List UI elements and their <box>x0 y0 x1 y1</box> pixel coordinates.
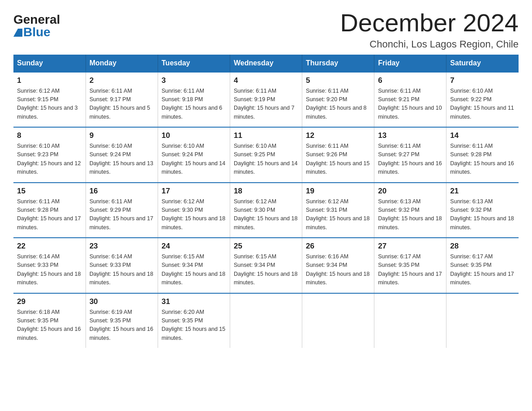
week-row-4: 22Sunrise: 6:14 AMSunset: 9:33 PMDayligh… <box>13 238 519 293</box>
day-cell: 25Sunrise: 6:15 AMSunset: 9:34 PMDayligh… <box>230 238 302 293</box>
day-info: Sunrise: 6:10 AMSunset: 9:24 PMDaylight:… <box>162 142 226 177</box>
header-cell-monday: Monday <box>86 55 158 72</box>
day-info: Sunrise: 6:19 AMSunset: 9:35 PMDaylight:… <box>90 308 154 343</box>
day-info: Sunrise: 6:11 AMSunset: 9:28 PMDaylight:… <box>450 142 515 177</box>
day-info: Sunrise: 6:11 AMSunset: 9:26 PMDaylight:… <box>306 142 370 177</box>
week-row-5: 29Sunrise: 6:18 AMSunset: 9:35 PMDayligh… <box>13 293 519 348</box>
day-number: 13 <box>378 131 442 140</box>
day-number: 10 <box>162 131 226 140</box>
day-number: 1 <box>17 76 82 85</box>
day-cell: 30Sunrise: 6:19 AMSunset: 9:35 PMDayligh… <box>86 293 158 348</box>
day-cell: 29Sunrise: 6:18 AMSunset: 9:35 PMDayligh… <box>13 293 86 348</box>
day-info: Sunrise: 6:10 AMSunset: 9:24 PMDaylight:… <box>90 142 154 177</box>
day-cell: 7Sunrise: 6:10 AMSunset: 9:22 PMDaylight… <box>446 72 519 128</box>
day-cell: 6Sunrise: 6:11 AMSunset: 9:21 PMDaylight… <box>374 72 446 128</box>
header-cell-sunday: Sunday <box>13 55 86 72</box>
day-cell: 13Sunrise: 6:11 AMSunset: 9:27 PMDayligh… <box>374 127 446 183</box>
day-cell: 4Sunrise: 6:11 AMSunset: 9:19 PMDaylight… <box>230 72 302 128</box>
day-info: Sunrise: 6:10 AMSunset: 9:22 PMDaylight:… <box>450 87 515 122</box>
header-cell-tuesday: Tuesday <box>158 55 230 72</box>
day-cell <box>302 293 374 348</box>
calendar-table: SundayMondayTuesdayWednesdayThursdayFrid… <box>13 55 519 348</box>
day-number: 28 <box>450 242 515 251</box>
day-info: Sunrise: 6:10 AMSunset: 9:25 PMDaylight:… <box>234 142 298 177</box>
day-info: Sunrise: 6:16 AMSunset: 9:34 PMDaylight:… <box>306 253 370 287</box>
day-cell: 12Sunrise: 6:11 AMSunset: 9:26 PMDayligh… <box>302 127 374 183</box>
day-number: 14 <box>450 131 515 140</box>
logo: General Blue <box>13 9 60 39</box>
day-cell <box>230 293 302 348</box>
day-number: 4 <box>234 76 298 85</box>
day-info: Sunrise: 6:14 AMSunset: 9:33 PMDaylight:… <box>17 253 82 287</box>
day-info: Sunrise: 6:12 AMSunset: 9:31 PMDaylight:… <box>306 197 370 232</box>
page-title: December 2024 <box>340 9 519 37</box>
day-cell: 1Sunrise: 6:12 AMSunset: 9:15 PMDaylight… <box>13 72 86 128</box>
day-info: Sunrise: 6:11 AMSunset: 9:21 PMDaylight:… <box>378 87 442 122</box>
day-info: Sunrise: 6:17 AMSunset: 9:35 PMDaylight:… <box>378 253 442 287</box>
title-area: December 2024 Chonchi, Los Lagos Region,… <box>340 9 519 50</box>
day-cell: 22Sunrise: 6:14 AMSunset: 9:33 PMDayligh… <box>13 238 86 293</box>
day-cell: 18Sunrise: 6:12 AMSunset: 9:30 PMDayligh… <box>230 183 302 238</box>
day-cell: 5Sunrise: 6:11 AMSunset: 9:20 PMDaylight… <box>302 72 374 128</box>
day-cell: 26Sunrise: 6:16 AMSunset: 9:34 PMDayligh… <box>302 238 374 293</box>
logo-general-text: General <box>13 13 60 26</box>
header-cell-saturday: Saturday <box>446 55 519 72</box>
day-number: 27 <box>378 242 442 251</box>
day-number: 23 <box>90 242 154 251</box>
day-cell: 9Sunrise: 6:10 AMSunset: 9:24 PMDaylight… <box>86 127 158 183</box>
day-cell: 8Sunrise: 6:10 AMSunset: 9:23 PMDaylight… <box>13 127 86 183</box>
day-cell: 23Sunrise: 6:14 AMSunset: 9:33 PMDayligh… <box>86 238 158 293</box>
day-info: Sunrise: 6:10 AMSunset: 9:23 PMDaylight:… <box>17 142 82 177</box>
day-cell: 31Sunrise: 6:20 AMSunset: 9:35 PMDayligh… <box>158 293 230 348</box>
day-cell: 17Sunrise: 6:12 AMSunset: 9:30 PMDayligh… <box>158 183 230 238</box>
day-info: Sunrise: 6:11 AMSunset: 9:27 PMDaylight:… <box>378 142 442 177</box>
day-info: Sunrise: 6:11 AMSunset: 9:29 PMDaylight:… <box>90 197 154 232</box>
day-number: 6 <box>378 76 442 85</box>
day-cell: 3Sunrise: 6:11 AMSunset: 9:18 PMDaylight… <box>158 72 230 128</box>
day-number: 31 <box>162 297 226 306</box>
header-cell-friday: Friday <box>374 55 446 72</box>
page-subtitle: Chonchi, Los Lagos Region, Chile <box>340 39 519 50</box>
day-number: 3 <box>162 76 226 85</box>
day-cell: 27Sunrise: 6:17 AMSunset: 9:35 PMDayligh… <box>374 238 446 293</box>
day-number: 25 <box>234 242 298 251</box>
day-number: 16 <box>90 187 154 196</box>
day-number: 15 <box>17 187 82 196</box>
day-number: 9 <box>90 131 154 140</box>
day-cell: 19Sunrise: 6:12 AMSunset: 9:31 PMDayligh… <box>302 183 374 238</box>
week-row-1: 1Sunrise: 6:12 AMSunset: 9:15 PMDaylight… <box>13 72 519 128</box>
day-cell: 14Sunrise: 6:11 AMSunset: 9:28 PMDayligh… <box>446 127 519 183</box>
day-info: Sunrise: 6:12 AMSunset: 9:30 PMDaylight:… <box>162 197 226 232</box>
day-number: 26 <box>306 242 370 251</box>
day-info: Sunrise: 6:18 AMSunset: 9:35 PMDaylight:… <box>17 308 82 343</box>
day-info: Sunrise: 6:13 AMSunset: 9:32 PMDaylight:… <box>450 197 515 232</box>
day-info: Sunrise: 6:17 AMSunset: 9:35 PMDaylight:… <box>450 253 515 287</box>
day-number: 22 <box>17 242 82 251</box>
header-row: SundayMondayTuesdayWednesdayThursdayFrid… <box>13 55 519 72</box>
day-info: Sunrise: 6:11 AMSunset: 9:18 PMDaylight:… <box>162 87 226 122</box>
day-info: Sunrise: 6:13 AMSunset: 9:32 PMDaylight:… <box>378 197 442 232</box>
day-info: Sunrise: 6:11 AMSunset: 9:17 PMDaylight:… <box>90 87 154 122</box>
day-cell: 20Sunrise: 6:13 AMSunset: 9:32 PMDayligh… <box>374 183 446 238</box>
day-cell: 2Sunrise: 6:11 AMSunset: 9:17 PMDaylight… <box>86 72 158 128</box>
day-cell: 10Sunrise: 6:10 AMSunset: 9:24 PMDayligh… <box>158 127 230 183</box>
day-cell: 28Sunrise: 6:17 AMSunset: 9:35 PMDayligh… <box>446 238 519 293</box>
day-info: Sunrise: 6:11 AMSunset: 9:28 PMDaylight:… <box>17 197 82 232</box>
day-number: 12 <box>306 131 370 140</box>
day-number: 20 <box>378 187 442 196</box>
day-number: 21 <box>450 187 515 196</box>
header: General Blue December 2024 Chonchi, Los … <box>13 9 519 50</box>
day-cell: 11Sunrise: 6:10 AMSunset: 9:25 PMDayligh… <box>230 127 302 183</box>
day-cell <box>446 293 519 348</box>
day-info: Sunrise: 6:15 AMSunset: 9:34 PMDaylight:… <box>234 253 298 287</box>
day-number: 8 <box>17 131 82 140</box>
day-number: 7 <box>450 76 515 85</box>
day-info: Sunrise: 6:12 AMSunset: 9:15 PMDaylight:… <box>17 87 82 122</box>
day-cell: 21Sunrise: 6:13 AMSunset: 9:32 PMDayligh… <box>446 183 519 238</box>
week-row-3: 15Sunrise: 6:11 AMSunset: 9:28 PMDayligh… <box>13 183 519 238</box>
day-number: 30 <box>90 297 154 306</box>
day-cell <box>374 293 446 348</box>
day-number: 19 <box>306 187 370 196</box>
day-number: 24 <box>162 242 226 251</box>
day-number: 11 <box>234 131 298 140</box>
